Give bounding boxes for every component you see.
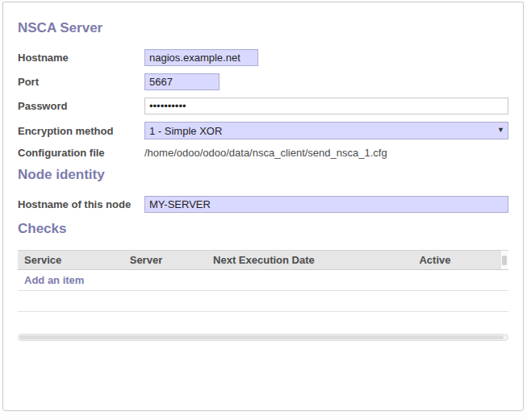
scrollbar-thumb[interactable] bbox=[502, 256, 507, 265]
port-input[interactable] bbox=[144, 73, 220, 90]
password-input[interactable] bbox=[144, 98, 508, 114]
empty-table-row bbox=[18, 291, 508, 312]
checks-table: Service Server Next Execution Date Activ… bbox=[18, 250, 508, 312]
add-item-row: Add an item bbox=[18, 270, 508, 291]
section-title-checks: Checks bbox=[18, 221, 508, 237]
password-label: Password bbox=[18, 100, 144, 112]
nsca-server-form: Hostname Port Password Encryption method… bbox=[18, 49, 508, 159]
column-header-next-execution-date: Next Execution Date bbox=[207, 251, 412, 270]
add-an-item-link[interactable]: Add an item bbox=[24, 274, 84, 286]
configuration-file-label: Configuration file bbox=[18, 147, 144, 159]
form-view: NSCA Server Hostname Port Password Encry… bbox=[2, 2, 524, 411]
column-header-active: Active bbox=[412, 251, 500, 270]
horizontal-scrollbar-thumb[interactable] bbox=[19, 335, 504, 339]
hostname-label: Hostname bbox=[18, 52, 144, 64]
horizontal-scrollbar[interactable] bbox=[18, 334, 508, 341]
column-header-service: Service bbox=[18, 251, 123, 270]
table-vertical-scrollbar[interactable] bbox=[501, 251, 508, 270]
checks-table-header-row: Service Server Next Execution Date Activ… bbox=[18, 251, 508, 270]
encryption-method-label: Encryption method bbox=[18, 125, 144, 137]
node-hostname-label: Hostname of this node bbox=[18, 198, 144, 210]
node-identity-form: Hostname of this node bbox=[18, 196, 508, 213]
section-title-node-identity: Node identity bbox=[18, 167, 508, 183]
hostname-input[interactable] bbox=[144, 49, 258, 66]
encryption-method-select[interactable]: 1 - Simple XOR bbox=[144, 122, 508, 139]
node-hostname-input[interactable] bbox=[144, 196, 508, 213]
column-header-server: Server bbox=[123, 251, 207, 270]
section-title-nsca-server: NSCA Server bbox=[18, 20, 508, 36]
port-label: Port bbox=[18, 76, 144, 88]
configuration-file-value: /home/odoo/odoo/data/nsca_client/send_ns… bbox=[144, 145, 387, 160]
